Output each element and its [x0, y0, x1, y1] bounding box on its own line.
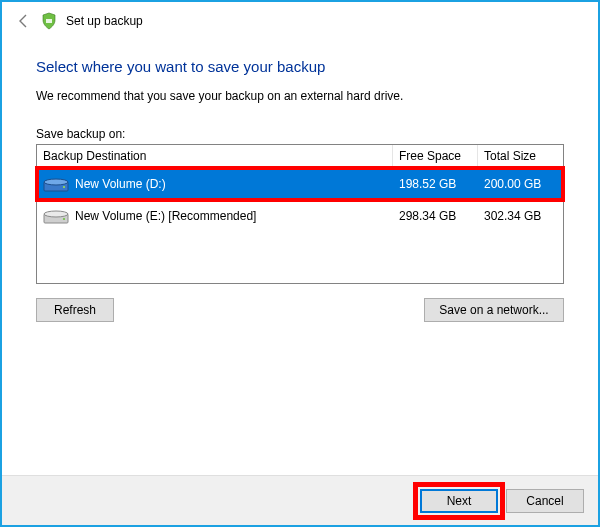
svg-point-2 [44, 179, 68, 185]
footer: Next Cancel [2, 475, 598, 525]
svg-point-5 [44, 211, 68, 217]
svg-rect-0 [46, 19, 52, 23]
hard-drive-icon [43, 206, 69, 226]
save-on-network-button[interactable]: Save on a network... [424, 298, 564, 322]
content-area: Select where you want to save your backu… [2, 34, 598, 475]
svg-point-6 [63, 218, 65, 220]
destination-free: 198.52 GB [393, 177, 478, 191]
svg-point-3 [63, 186, 65, 188]
back-arrow-icon[interactable] [16, 13, 32, 29]
page-heading: Select where you want to save your backu… [36, 58, 564, 75]
destination-total: 302.34 GB [478, 209, 563, 223]
destination-name: New Volume (E:) [Recommended] [75, 209, 256, 223]
next-button[interactable]: Next [420, 489, 498, 513]
list-label: Save backup on: [36, 127, 564, 141]
hard-drive-icon [43, 174, 69, 194]
destination-row[interactable]: New Volume (E:) [Recommended] 298.34 GB … [37, 200, 563, 232]
recommend-text: We recommend that you save your backup o… [36, 89, 564, 103]
col-header-destination[interactable]: Backup Destination [37, 145, 393, 167]
refresh-button[interactable]: Refresh [36, 298, 114, 322]
list-header: Backup Destination Free Space Total Size [37, 145, 563, 168]
col-header-free-space[interactable]: Free Space [393, 145, 478, 167]
backup-wizard-window: Set up backup Select where you want to s… [0, 0, 600, 527]
destination-row[interactable]: New Volume (D:) 198.52 GB 200.00 GB [37, 168, 563, 200]
list-actions: Refresh Save on a network... [36, 298, 564, 322]
destination-name: New Volume (D:) [75, 177, 166, 191]
cancel-button[interactable]: Cancel [506, 489, 584, 513]
col-header-total-size[interactable]: Total Size [478, 145, 563, 167]
titlebar: Set up backup [2, 2, 598, 34]
destination-total: 200.00 GB [478, 177, 563, 191]
backup-shield-icon [40, 12, 58, 30]
next-button-highlight: Next [420, 489, 498, 513]
destination-list[interactable]: Backup Destination Free Space Total Size… [36, 144, 564, 284]
window-title: Set up backup [66, 14, 143, 28]
destination-free: 298.34 GB [393, 209, 478, 223]
